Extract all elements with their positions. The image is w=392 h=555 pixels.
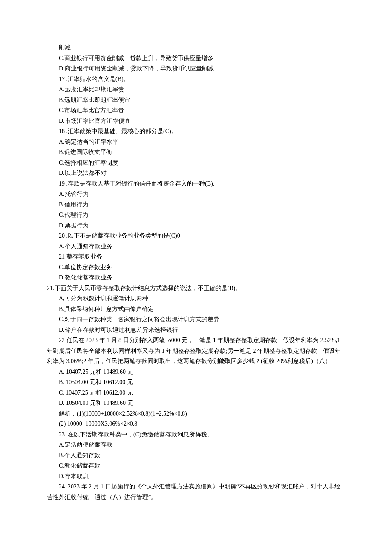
text-line: D.商业银行可用资金削减，贷款下降，导致货币供应量削减 xyxy=(47,64,345,74)
text-line: A.个人通知存款业务 xyxy=(47,241,345,252)
text-line: D.票据行为 xyxy=(47,221,345,231)
text-line: C.商业银行可用资金削减，贷款上升，导致货币供应量增多 xyxy=(47,53,345,64)
text-line: A.确定适当的汇率水平 xyxy=(47,137,345,148)
text-line: D.教化储蓄存款业务 xyxy=(47,273,345,283)
text-line: A.定活两便储蓄存款 xyxy=(47,440,345,450)
text-line: B.具体采纳何种计息方式由储户确定 xyxy=(47,304,345,315)
text-line: A.远期汇率比即期汇率贵 xyxy=(47,84,345,95)
text-line: (2) 10000+10000X3.06%×2×0.8 xyxy=(47,419,345,430)
text-line: 23 .在以下活期存款种类中，(C)免缴储蓄存款利息所得税。 xyxy=(47,430,345,440)
text-line: C. 10407.25 元和 10612.00 元 xyxy=(47,388,345,398)
text-line: C.对于同一存款种类，各家银行之间将会出现计息方式的差异 xyxy=(47,314,345,325)
text-line: 18 .汇率政策中最基础、最核心的部分是(C)。 xyxy=(47,126,345,137)
text-line: B.信用行为 xyxy=(47,200,345,210)
text-line: 19 .存款是存款人基于对银行的信任而将资金存入的一种(B), xyxy=(47,179,345,189)
text-line: A. 10407.25 元和 10489.60 元 xyxy=(47,367,345,378)
text-line: C.选择相应的汇率制度 xyxy=(47,158,345,169)
text-line: 21 整存零取业务 xyxy=(47,252,345,262)
text-line: 解析：(1)(10000+10000×2.52%×0.8)(1+2.52%×0.… xyxy=(47,409,345,419)
document-page: 削减C.商业银行可用资金削减，贷款上升，导致货币供应量增多D.商业银行可用资金削… xyxy=(0,0,392,555)
text-line: D.存本取息 xyxy=(47,471,345,482)
text-line: 削减 xyxy=(47,43,345,53)
text-line: C.代理行为 xyxy=(47,210,345,221)
text-line: B.远期汇率比即期汇率便宜 xyxy=(47,95,345,106)
text-line: 21.下面关于人民币零存整取存款计结息方式选择的说法，不正确的是(B)。 xyxy=(47,283,345,294)
text-line: B.促进国际收支平衡 xyxy=(47,147,345,158)
text-line: D. 10504.00 元和 10489.60 元 xyxy=(47,398,345,409)
text-line: D.市场汇率比官方汇率便宜 xyxy=(47,116,345,127)
text-line: C.单位协定存款业务 xyxy=(47,262,345,273)
text-line: 17 .汇率贴水的含义是(B)。 xyxy=(47,74,345,85)
text-line: C.市场汇率比官方汇率贵 xyxy=(47,105,345,116)
text-line: 22 任民在 2023 年 1 月 8 日分别存入两笔 Io000 元，一笔是 … xyxy=(47,335,345,367)
document-content: 削减C.商业银行可用资金削减，贷款上升，导致货币供应量增多D.商业银行可用资金削… xyxy=(47,43,345,503)
text-line: A.托管行为 xyxy=(47,189,345,200)
text-line: D.储户在存款时可以通过利息差异来选择银行 xyxy=(47,325,345,336)
text-line: B.个人通知存款 xyxy=(47,450,345,461)
text-line: C.教化储蓄存款 xyxy=(47,461,345,471)
text-line: B. 10504.00 元和 10612.00 元 xyxy=(47,377,345,388)
text-line: 24 .2023 年 2 月 1 日起施行的《个人外汇管理方法实施细则》中明确“… xyxy=(47,482,345,503)
text-line: A,可分为积数计息和逐笔计息两种 xyxy=(47,293,345,304)
text-line: 20 .以下不是储蓄存款业务的业务类型的是(C)0 xyxy=(47,231,345,241)
text-line: D.以上说法都不对 xyxy=(47,168,345,179)
